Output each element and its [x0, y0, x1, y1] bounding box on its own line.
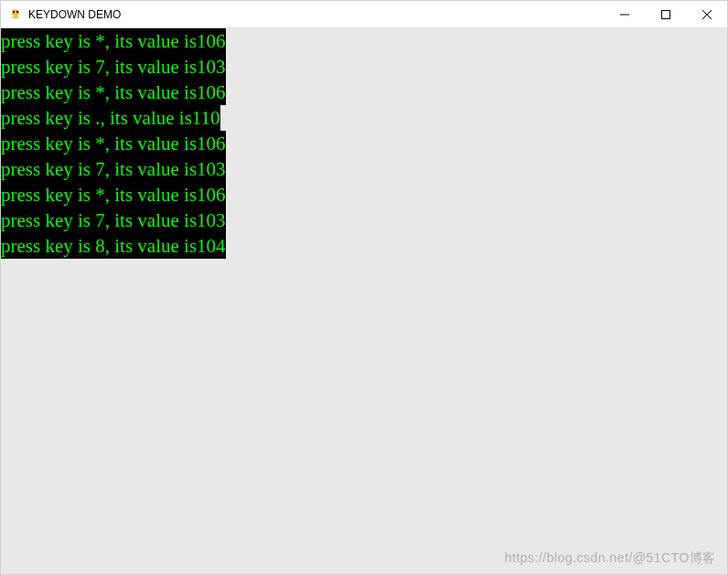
- log-line: press key is 8, its value is104: [1, 233, 226, 259]
- log-line: press key is 7, its value is103: [1, 54, 226, 80]
- log-line: press key is 7, its value is103: [1, 208, 226, 233]
- titlebar[interactable]: KEYDOWN DEMO: [1, 1, 727, 28]
- svg-rect-4: [661, 10, 669, 18]
- window-controls: [604, 1, 727, 27]
- log-line: press key is *, its value is106: [1, 80, 226, 105]
- app-icon: [8, 7, 23, 22]
- maximize-button[interactable]: [645, 1, 686, 27]
- log-line: press key is *, its value is106: [1, 131, 226, 156]
- close-button[interactable]: [686, 1, 727, 27]
- watermark-text: https://blog.csdn.net/@51CTO博客: [505, 550, 716, 567]
- client-area: press key is *, its value is106 press ke…: [1, 28, 727, 574]
- minimize-button[interactable]: [604, 1, 645, 27]
- app-window: KEYDOWN DEMO press key is *, its value i…: [0, 0, 728, 575]
- log-output: press key is *, its value is106 press ke…: [1, 28, 226, 259]
- svg-point-2: [16, 10, 18, 12]
- window-title: KEYDOWN DEMO: [28, 8, 604, 21]
- log-line: press key is 7, its value is103: [1, 156, 226, 182]
- svg-point-1: [13, 10, 15, 12]
- log-line: press key is *, its value is106: [1, 28, 226, 54]
- log-line: press key is *, its value is106: [1, 182, 226, 208]
- svg-point-0: [12, 9, 19, 16]
- log-line: press key is ., its value is110: [1, 105, 220, 131]
